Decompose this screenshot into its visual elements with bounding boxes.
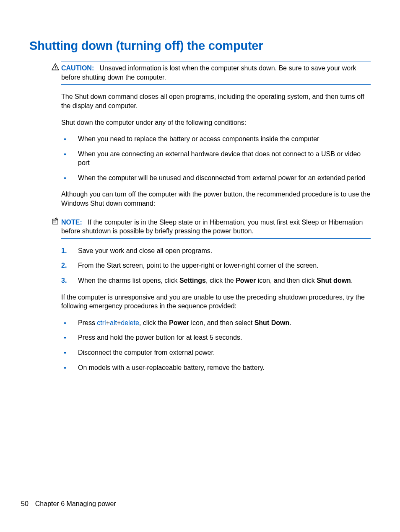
svg-point-1 [55, 69, 56, 70]
chapter-label: Chapter 6 Managing power [35, 500, 116, 507]
caution-label: CAUTION: [61, 65, 100, 72]
steps-list: Save your work and close all open progra… [61, 246, 371, 285]
note-label: NOTE: [61, 219, 88, 226]
list-item: When the computer will be unused and dis… [61, 173, 371, 183]
note-callout: NOTE:If the computer is in the Sleep sta… [61, 216, 371, 239]
caution-callout: CAUTION:Unsaved information is lost when… [61, 62, 371, 85]
list-item: Press and hold the power button for at l… [61, 333, 371, 342]
list-item: When the charms list opens, click Settin… [61, 276, 371, 285]
page-footer: 50Chapter 6 Managing power [21, 499, 116, 509]
body-paragraph: If the computer is unresponsive and you … [61, 293, 371, 311]
caution-icon [51, 63, 60, 71]
body-paragraph: The Shut down command closes all open pr… [61, 92, 371, 110]
list-item: From the Start screen, point to the uppe… [61, 261, 371, 270]
conditions-list: When you need to replace the battery or … [61, 134, 371, 182]
svg-rect-2 [52, 219, 58, 224]
body-paragraph: Shut down the computer under any of the … [61, 118, 371, 127]
body-paragraph: Although you can turn off the computer w… [61, 190, 371, 208]
list-item: Save your work and close all open progra… [61, 246, 371, 256]
page-number: 50 [21, 500, 29, 507]
list-item: When you need to replace the battery or … [61, 134, 371, 144]
page-heading: Shutting down (turning off) the computer [29, 38, 371, 54]
note-icon [51, 217, 60, 225]
list-item: On models with a user-replaceable batter… [61, 363, 371, 372]
list-item: Press ctrl+alt+delete, click the Power i… [61, 318, 371, 328]
list-item: When you are connecting an external hard… [61, 150, 371, 168]
emergency-list: Press ctrl+alt+delete, click the Power i… [61, 318, 371, 372]
caution-text: Unsaved information is lost when the com… [61, 65, 356, 81]
note-text: If the computer is in the Sleep state or… [61, 219, 363, 235]
list-item: Disconnect the computer from external po… [61, 348, 371, 357]
